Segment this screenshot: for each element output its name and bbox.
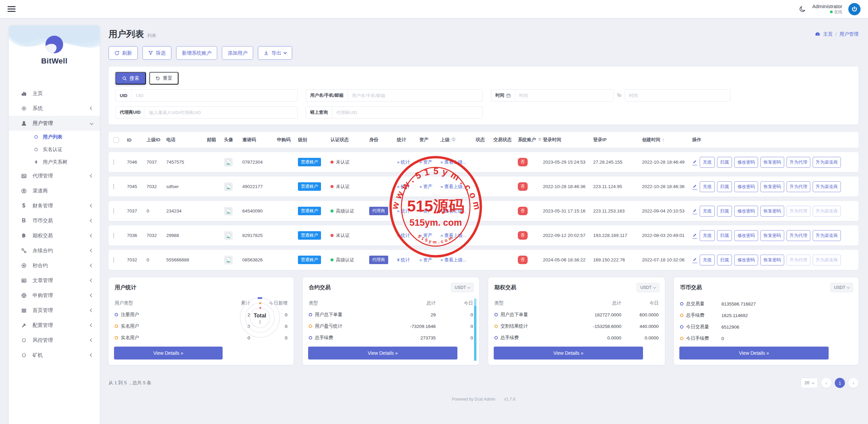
search-button[interactable]: 搜索: [115, 72, 146, 85]
cell-asset-link[interactable]: » 资产: [419, 208, 432, 214]
cell-parent-link[interactable]: » 查看上级...: [440, 233, 467, 238]
cell-stat-link[interactable]: » 统计: [397, 208, 410, 214]
breadcrumb-home[interactable]: 主页: [823, 31, 833, 37]
assign-button[interactable]: 归属: [717, 181, 732, 192]
filter-funnel-icon[interactable]: [538, 137, 542, 143]
sidebar-item-perpetual-contract[interactable]: 永续合约: [9, 243, 100, 258]
sidebar-item-option-trade[interactable]: ฿期权交易: [9, 228, 100, 243]
currency-select[interactable]: USDT: [830, 283, 853, 292]
sidebar-item-real-name-auth[interactable]: 实名认证: [9, 143, 100, 156]
view-details-button[interactable]: View Details »: [114, 347, 223, 360]
next-page-button[interactable]: ›: [848, 378, 858, 388]
promote-agent-button[interactable]: 升为代理: [787, 157, 810, 168]
cell-stat-link[interactable]: » 统计: [397, 184, 410, 189]
sort-asc-icon[interactable]: ↑: [662, 137, 664, 143]
prev-page-button[interactable]: ‹: [821, 378, 831, 388]
edit-pencil-icon[interactable]: [692, 208, 697, 214]
sidebar-item-subscribe-management[interactable]: 申购管理: [9, 288, 100, 303]
dark-mode-icon[interactable]: [799, 5, 806, 13]
username-input[interactable]: [348, 90, 483, 101]
recharge-button[interactable]: 充值: [700, 157, 715, 168]
refresh-button[interactable]: 刷新: [109, 46, 138, 60]
cell-asset-link[interactable]: » 资产: [419, 160, 432, 165]
sidebar-item-user-relation-tree[interactable]: 用户关系树: [9, 156, 100, 168]
page-size-select[interactable]: 20: [801, 378, 818, 388]
promote-agent-button[interactable]: 升为代理: [787, 230, 810, 241]
sidebar-item-home[interactable]: 主页: [9, 86, 100, 101]
row-checkbox[interactable]: [113, 208, 114, 214]
avatar-file-icon[interactable]: [224, 231, 233, 240]
row-checkbox[interactable]: [113, 184, 114, 189]
avatar-file-icon[interactable]: [224, 207, 233, 216]
reset-button[interactable]: 重置: [149, 72, 178, 85]
menu-toggle-icon[interactable]: [7, 5, 16, 13]
cell-parent-link[interactable]: » 查看上级...: [440, 208, 467, 214]
recharge-button[interactable]: 充值: [700, 181, 715, 192]
uid-input[interactable]: [132, 90, 297, 101]
row-checkbox[interactable]: [113, 257, 114, 263]
breadcrumb-section[interactable]: 用户管理: [839, 31, 858, 37]
avatar-file-icon[interactable]: [224, 158, 233, 167]
chain-query-input[interactable]: [332, 107, 483, 118]
change-password-button[interactable]: 修改密码: [734, 255, 758, 265]
edit-pencil-icon[interactable]: [692, 233, 697, 239]
recharge-button[interactable]: 充值: [700, 206, 715, 217]
edit-pencil-icon[interactable]: [692, 159, 697, 165]
assign-button[interactable]: 归属: [717, 206, 732, 217]
recharge-button[interactable]: 充值: [700, 230, 715, 241]
change-password-button[interactable]: 修改密码: [734, 230, 758, 241]
restore-password-button[interactable]: 恢复密码: [760, 157, 784, 168]
user-info[interactable]: Administrator 在线: [812, 3, 842, 15]
currency-select[interactable]: USDT: [451, 283, 474, 292]
avatar-file-icon[interactable]: [224, 256, 233, 264]
cell-asset-link[interactable]: » 资产: [419, 257, 432, 262]
sidebar-item-risk-management[interactable]: 风控管理: [9, 333, 100, 348]
restore-password-button[interactable]: 恢复密码: [760, 206, 784, 217]
cell-parent-link[interactable]: » 查看上级...: [440, 257, 467, 262]
sidebar-item-homepage-management[interactable]: 首页管理: [9, 303, 100, 318]
sidebar-item-channel-merchant[interactable]: 渠道商: [9, 183, 100, 198]
assign-button[interactable]: 归属: [717, 255, 732, 265]
sidebar-item-miner[interactable]: 矿机: [9, 348, 100, 363]
add-system-account-button[interactable]: 新增系统账户: [176, 46, 217, 60]
view-details-button[interactable]: View Details »: [494, 347, 643, 360]
cell-parent-link[interactable]: » 查看上级...: [440, 160, 467, 165]
export-button[interactable]: 导出: [258, 46, 292, 60]
edit-pencil-icon[interactable]: [692, 257, 697, 263]
cell-stat-link[interactable]: ¥ 统计: [397, 257, 410, 262]
assign-button[interactable]: 归属: [717, 230, 732, 241]
recharge-button[interactable]: 充值: [700, 255, 715, 265]
edit-pencil-icon[interactable]: [692, 184, 697, 190]
current-page-button[interactable]: 1: [835, 378, 845, 388]
select-all-checkbox[interactable]: [113, 137, 119, 143]
sidebar-item-article-management[interactable]: 文章管理: [9, 273, 100, 288]
view-details-button[interactable]: View Details »: [679, 347, 829, 360]
change-password-button[interactable]: 修改密码: [734, 157, 758, 168]
time-to-input[interactable]: [625, 90, 730, 101]
sidebar-item-agent-management[interactable]: 代理管理: [9, 168, 100, 183]
time-from-input[interactable]: [515, 90, 613, 101]
assign-button[interactable]: 归属: [717, 157, 732, 168]
avatar[interactable]: [848, 3, 861, 15]
restore-password-button[interactable]: 恢复密码: [760, 255, 784, 265]
cell-asset-link[interactable]: » 资产: [419, 184, 432, 189]
view-details-button[interactable]: View Details »: [308, 347, 457, 360]
cell-stat-link[interactable]: » 统计: [397, 233, 410, 238]
sidebar-item-config-management[interactable]: 配置管理: [9, 318, 100, 333]
promote-channel-button[interactable]: 升为渠道商: [813, 181, 841, 192]
sidebar-item-second-contract[interactable]: 秒合约: [9, 258, 100, 273]
promote-channel-button[interactable]: 升为渠道商: [813, 157, 841, 168]
row-checkbox[interactable]: [113, 159, 114, 165]
change-password-button[interactable]: 修改密码: [734, 181, 758, 192]
sidebar-item-user-list[interactable]: 用户列表: [9, 131, 100, 143]
cell-stat-link[interactable]: » 统计: [397, 160, 410, 165]
agent-uid-input[interactable]: [145, 107, 297, 118]
restore-password-button[interactable]: 恢复密码: [760, 181, 784, 192]
cell-parent-link[interactable]: » 查看上级...: [440, 184, 467, 189]
cell-asset-link[interactable]: » 资产: [419, 233, 432, 238]
currency-select[interactable]: USDT: [637, 283, 659, 292]
add-user-button[interactable]: 添加用户: [222, 46, 253, 60]
sidebar-item-system[interactable]: 系统: [9, 101, 100, 116]
sidebar-item-user-management[interactable]: 用户管理: [9, 116, 100, 131]
promote-channel-button[interactable]: 升为渠道商: [813, 230, 841, 241]
